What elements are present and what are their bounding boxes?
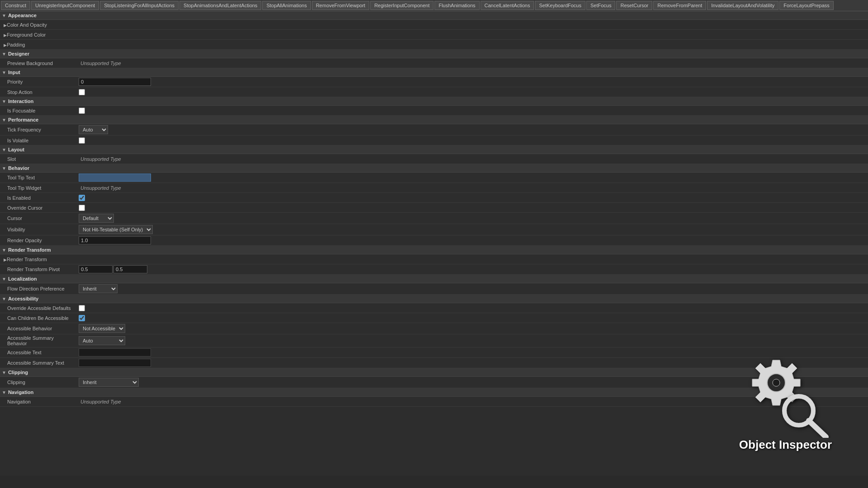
section-clipping[interactable]: ▼Clipping: [0, 368, 868, 377]
prop-value: [77, 235, 868, 245]
toolbar: ConstructUnregisterInputComponentStopLis…: [0, 0, 868, 11]
prop-row: Priority: [0, 77, 868, 87]
prop-row: Accessible Text: [0, 347, 868, 358]
prop-label: Visibility: [0, 226, 77, 233]
section-arrow: ▼: [2, 390, 6, 395]
section-label: Interaction: [8, 99, 33, 104]
prop-value: DefaultTextCrosshairHandNone: [77, 213, 868, 224]
toolbar-btn-construct[interactable]: Construct: [1, 1, 30, 10]
toolbar-btn-setkeyboardfocus[interactable]: SetKeyboardFocus: [535, 1, 585, 10]
prop-row: NavigationUnsupported Type: [0, 397, 868, 407]
expandable-indicator: ▶: [4, 23, 7, 28]
prop-value: Unsupported Type: [77, 155, 868, 164]
prop-row: Tool Tip Text: [0, 173, 868, 183]
section-arrow: ▼: [2, 166, 6, 171]
checkbox-is-volatile[interactable]: [79, 137, 85, 144]
section-arrow: ▼: [2, 296, 6, 301]
properties-panel: ▼Appearance ▶Color And Opacity ▶Foregrou…: [0, 11, 868, 476]
toolbar-btn-stopanimationsandlatentactions[interactable]: StopAnimationsAndLatentActions: [179, 1, 261, 10]
section-arrow: ▼: [2, 13, 6, 18]
toolbar-btn-removefromviewport[interactable]: RemoveFromViewport: [312, 1, 369, 10]
toolbar-btn-registerinputcomponent[interactable]: RegisterInputComponent: [370, 1, 434, 10]
prop-label: Clipping: [0, 379, 77, 386]
prop-row: SlotUnsupported Type: [0, 154, 868, 164]
prop-label: Accessible Summary Behavior: [0, 334, 77, 347]
prop-value: VisibleCollapsedHiddenNot Hit-Testable (…: [77, 224, 868, 235]
main-layout: ▼Appearance ▶Color And Opacity ▶Foregrou…: [0, 11, 868, 476]
checkbox-override-cursor[interactable]: [79, 205, 85, 211]
number-input-render-opacity[interactable]: [79, 236, 151, 244]
number-input-priority[interactable]: [79, 78, 151, 86]
select-accessible-behavior[interactable]: Not AccessibleAutoTextSummaryImageButton: [79, 324, 125, 333]
prop-row: ClippingInheritClipToBoundsClipToBoundsA…: [0, 377, 868, 388]
prop-value: [77, 173, 868, 183]
toolbar-btn-invalidatelayoutandvolatility[interactable]: InvalidateLayoutAndVolatility: [707, 1, 778, 10]
toolbar-btn-resetcursor[interactable]: ResetCursor: [616, 1, 652, 10]
section-interaction[interactable]: ▼Interaction: [0, 97, 868, 106]
double-input-x[interactable]: [79, 265, 113, 273]
section-render-transform[interactable]: ▼Render Transform: [0, 246, 868, 254]
expandable-indicator: ▶: [4, 33, 7, 38]
unsupported-type-label: Unsupported Type: [79, 60, 123, 67]
checkbox-stop-action[interactable]: [79, 89, 85, 95]
prop-value: [77, 107, 868, 115]
section-input[interactable]: ▼Input: [0, 68, 868, 77]
checkbox-is-focusable[interactable]: [79, 108, 85, 114]
toolbar-btn-removefromparent[interactable]: RemoveFromParent: [653, 1, 706, 10]
prop-row: Accessible BehaviorNot AccessibleAutoTex…: [0, 323, 868, 334]
toolbar-btn-flushanimations[interactable]: FlushAnimations: [434, 1, 479, 10]
checkbox-is-enabled[interactable]: [79, 195, 85, 201]
expandable-indicator: ▶: [4, 43, 7, 47]
checkbox-can-children-be-accessible[interactable]: [79, 315, 85, 321]
prop-value: [77, 264, 868, 274]
toolbar-btn-forcelayoutprepass[interactable]: ForceLayoutPrepass: [779, 1, 834, 10]
select-accessible-summary-behavior[interactable]: AutoNot AccessibleTextSummary: [79, 336, 125, 345]
prop-value: Unsupported Type: [77, 59, 868, 68]
prop-value: [77, 136, 868, 145]
section-appearance[interactable]: ▼Appearance: [0, 11, 868, 20]
tooltip-text-input[interactable]: [79, 174, 151, 182]
section-label: Accessibility: [8, 296, 38, 301]
section-label: Appearance: [8, 13, 37, 18]
section-label: Layout: [8, 147, 24, 152]
prop-value: [77, 34, 868, 36]
prop-label: Preview Background: [0, 60, 77, 67]
prop-value: Unsupported Type: [77, 397, 868, 406]
toolbar-btn-stopallanimations[interactable]: StopAllAnimations: [262, 1, 311, 10]
unsupported-type-label: Unsupported Type: [79, 155, 123, 163]
section-arrow: ▼: [2, 248, 6, 253]
toolbar-btn-unregisterinputcomponent[interactable]: UnregisterInputComponent: [31, 1, 99, 10]
prop-row: Is Volatile: [0, 136, 868, 145]
section-designer[interactable]: ▼Designer: [0, 50, 868, 58]
section-accessibility[interactable]: ▼Accessibility: [0, 295, 868, 303]
prop-value: [77, 204, 868, 212]
section-behavior[interactable]: ▼Behavior: [0, 164, 868, 173]
section-navigation[interactable]: ▼Navigation: [0, 388, 868, 397]
prop-row: Can Children Be Accessible: [0, 313, 868, 323]
accessible-text-input-accessible-summary-text[interactable]: [79, 359, 151, 367]
accessible-text-input-accessible-text[interactable]: [79, 348, 151, 357]
prop-value: Not AccessibleAutoTextSummaryImageButton: [77, 323, 868, 334]
prop-value: [77, 88, 868, 96]
prop-row: ▶Foreground Color: [0, 30, 868, 40]
checkbox-override-accessible-defaults[interactable]: [79, 305, 85, 311]
select-flow-direction-preference[interactable]: InheritLeftToRightRightToLeft: [79, 284, 118, 293]
toolbar-btn-cancellatentactions[interactable]: CancelLatentActions: [481, 1, 534, 10]
toolbar-btn-stoplisteningforallinputactions[interactable]: StopListeningForAllInputActions: [100, 1, 179, 10]
prop-label: Stop Action: [0, 89, 77, 96]
prop-value: AutoNeverAlways: [77, 124, 868, 135]
select-tick-frequency[interactable]: AutoNeverAlways: [79, 125, 108, 134]
select-visibility[interactable]: VisibleCollapsedHiddenNot Hit-Testable (…: [79, 225, 153, 234]
prop-row: Override Accessible Defaults: [0, 303, 868, 313]
section-layout[interactable]: ▼Layout: [0, 145, 868, 154]
select-clipping[interactable]: InheritClipToBoundsClipToBoundsAlwaysOnD…: [79, 378, 139, 387]
prop-value: [77, 304, 868, 312]
section-arrow: ▼: [2, 99, 6, 104]
toolbar-btn-setfocus[interactable]: SetFocus: [586, 1, 615, 10]
section-performance[interactable]: ▼Performance: [0, 116, 868, 124]
prop-label: ▶Render Transform: [0, 256, 77, 263]
double-input-y[interactable]: [113, 265, 147, 273]
prop-label: Tool Tip Widget: [0, 184, 77, 192]
section-localization[interactable]: ▼Localization: [0, 275, 868, 283]
select-cursor[interactable]: DefaultTextCrosshairHandNone: [79, 214, 114, 223]
